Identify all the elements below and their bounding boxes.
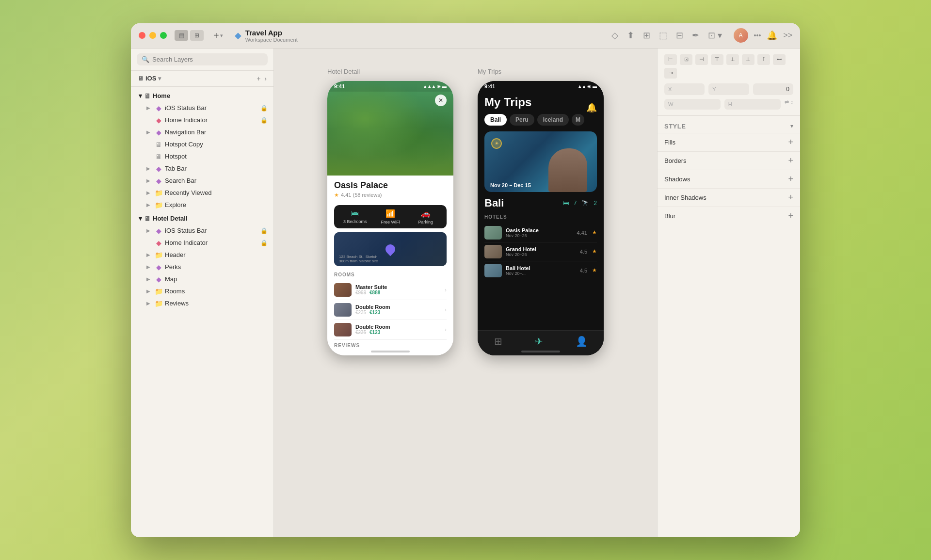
- layer-recently-viewed[interactable]: ▶ 📁 Recently Viewed: [133, 187, 272, 199]
- rooms-expand: ▶: [146, 288, 152, 294]
- tab-iceland[interactable]: Iceland: [537, 114, 569, 126]
- add-layer-button[interactable]: +: [257, 75, 260, 82]
- layer-tab-bar[interactable]: ▶ ◆ Tab Bar: [133, 163, 272, 175]
- align-left-btn[interactable]: ⊢: [664, 54, 677, 65]
- home-indicator-trips: [521, 351, 560, 352]
- flip-v-icon[interactable]: ↕: [791, 99, 794, 110]
- x-field: X: [664, 83, 705, 95]
- x-label: X: [668, 86, 672, 92]
- fills-add-button[interactable]: +: [788, 137, 793, 147]
- upload-icon[interactable]: ⬆: [627, 30, 634, 41]
- plane-bottom-icon[interactable]: ✈: [535, 336, 543, 347]
- list-view-btn[interactable]: ▤: [175, 30, 188, 41]
- search-input-container[interactable]: 🔍: [137, 53, 268, 65]
- add-button[interactable]: + ▾: [213, 30, 223, 41]
- layer-ios-status-bar[interactable]: ▶ ◆ iOS Status Bar 🔒: [133, 102, 272, 114]
- hotel-thumb-3: [484, 264, 502, 277]
- grid-view-btn[interactable]: ⊞: [190, 30, 204, 41]
- tab-more[interactable]: M: [572, 114, 584, 126]
- blur-row[interactable]: Blur +: [658, 207, 800, 225]
- lock-icon-2: 🔒: [260, 117, 268, 124]
- left-sidebar: 🔍 🖥 iOS ▾ + ›: [131, 48, 274, 537]
- zoom-icon[interactable]: ⊡ ▾: [708, 30, 722, 41]
- header-expand: ▶: [146, 252, 152, 257]
- layer-header[interactable]: ▶ 📁 Header: [133, 249, 272, 261]
- shape-icon[interactable]: ◇: [611, 30, 618, 41]
- rotation-field: 0: [753, 83, 793, 95]
- layer-hotel-home-indicator[interactable]: ◆ Home Indicator 🔒: [133, 237, 272, 249]
- distribute-h-btn[interactable]: ⊺: [757, 54, 770, 65]
- align-right-btn[interactable]: ⊣: [695, 54, 708, 65]
- traffic-lights: [139, 32, 167, 39]
- layer-reviews[interactable]: ▶ 📁 Reviews: [133, 298, 272, 309]
- distribute-v-btn[interactable]: ⊷: [773, 54, 786, 65]
- notification-icon[interactable]: 🔔: [767, 30, 777, 41]
- room-item-3[interactable]: Double Room €235 €123 ›: [334, 320, 447, 340]
- layer-hotspot-copy[interactable]: 🖥 Hotspot Copy: [133, 139, 272, 150]
- hotel-group-header[interactable]: ▾ 🖥 Hotel Detail: [133, 212, 272, 224]
- layer-hotspot[interactable]: 🖥 Hotspot: [133, 151, 272, 162]
- home-group-header[interactable]: ▾ 🖥 Home: [133, 89, 272, 102]
- flip-h-icon[interactable]: ⇌: [785, 99, 789, 110]
- shadows-add-button[interactable]: +: [788, 174, 793, 184]
- blur-add-button[interactable]: +: [788, 211, 793, 221]
- minimize-button[interactable]: [149, 32, 156, 39]
- hotel-detail-label: Hotel Detail: [327, 68, 360, 75]
- avatar[interactable]: A: [734, 28, 748, 43]
- hotel-list-item-1[interactable]: Oasis Palace Nov 20–26 4.41 ★: [484, 224, 597, 242]
- hotel-name: Oasis Palace: [334, 180, 447, 191]
- room-item-2[interactable]: Double Room €235 €123 ›: [334, 300, 447, 320]
- rooms-section: ROOMS Master Suite €999 €888: [327, 269, 453, 340]
- nav-arrow[interactable]: ›: [264, 75, 267, 82]
- layer-explore[interactable]: ▶ 📁 Explore: [133, 199, 272, 211]
- close-button[interactable]: [139, 32, 145, 39]
- shadows-row[interactable]: Shadows +: [658, 170, 800, 188]
- toolbar-center: ◇ ⬆ ⊞ ⬚ ⊟ ✒ ⊡ ▾: [611, 30, 722, 41]
- diamond-pink-icon: ◆: [154, 116, 163, 124]
- toolbar-right: A ••• 🔔 >>: [734, 28, 792, 43]
- align-bottom-btn[interactable]: ⊥: [742, 54, 754, 65]
- user-bottom-icon[interactable]: 👤: [576, 336, 588, 347]
- inner-shadows-add-button[interactable]: +: [788, 192, 793, 203]
- search-input[interactable]: [152, 56, 263, 63]
- layer-search-bar[interactable]: ▶ ◆ Search Bar: [133, 175, 272, 187]
- layer-perks[interactable]: ▶ ◆ Perks: [133, 261, 272, 273]
- table-icon[interactable]: ⊞: [643, 30, 650, 41]
- crop-icon[interactable]: ⊟: [676, 30, 683, 41]
- diamond-hotel-1: ◆: [154, 227, 163, 235]
- more-icon[interactable]: •••: [754, 32, 761, 39]
- hotel-status-bar: 9:41 ▲▲▲ ◉ ▬: [327, 81, 453, 92]
- chevron-down-icon: ▾: [220, 32, 223, 39]
- recently-expand-icon: ▶: [146, 190, 152, 195]
- layer-rooms[interactable]: ▶ 📁 Rooms: [133, 286, 272, 297]
- layer-hotel-status-bar[interactable]: ▶ ◆ iOS Status Bar 🔒: [133, 225, 272, 237]
- inner-shadows-row[interactable]: Inner Shadows +: [658, 188, 800, 207]
- room-item-1[interactable]: Master Suite €999 €888 ›: [334, 280, 447, 300]
- spacing-btn[interactable]: ⊸: [664, 68, 677, 79]
- align-top-btn[interactable]: ⊤: [711, 54, 723, 65]
- app-diamond-icon: ◆: [235, 30, 241, 41]
- layer-navigation-bar[interactable]: ▶ ◆ Navigation Bar: [133, 127, 272, 138]
- doc-info: Travel App Workspace Document: [245, 29, 298, 43]
- frame-icon[interactable]: ⬚: [659, 30, 667, 41]
- tab-bali[interactable]: Bali: [484, 114, 507, 126]
- borders-row[interactable]: Borders +: [658, 151, 800, 170]
- fills-row[interactable]: Fills +: [658, 133, 800, 151]
- grid-bottom-icon[interactable]: ⊞: [494, 336, 502, 347]
- close-button[interactable]: ✕: [435, 95, 447, 106]
- borders-add-button[interactable]: +: [788, 156, 793, 166]
- hotel-list-item-3[interactable]: Bali Hotel Nov 20–... 4.5 ★: [484, 261, 597, 280]
- layer-home-indicator[interactable]: ◆ Home Indicator 🔒: [133, 114, 272, 126]
- hotel-hero-bg: [327, 81, 453, 176]
- map-address-line1: 123 Beach St., Sketch: [339, 255, 442, 259]
- layer-map[interactable]: ▶ ◆ Map: [133, 273, 272, 285]
- maximize-button[interactable]: [160, 32, 167, 39]
- align-center-h-btn[interactable]: ⊡: [680, 54, 692, 65]
- tab-peru[interactable]: Peru: [510, 114, 534, 126]
- ios-label[interactable]: 🖥 iOS ▾: [138, 75, 161, 82]
- hotel-list-item-2[interactable]: Grand Hotel Nov 20–26 4.5 ★: [484, 242, 597, 261]
- align-center-v-btn[interactable]: ⊥: [726, 54, 739, 65]
- expand-icon[interactable]: >>: [783, 31, 792, 40]
- hotel-detail-phone: 9:41 ▲▲▲ ◉ ▬ ✕ Oasis Palace ★ 4.41: [327, 81, 453, 355]
- pen-icon[interactable]: ✒: [692, 30, 699, 41]
